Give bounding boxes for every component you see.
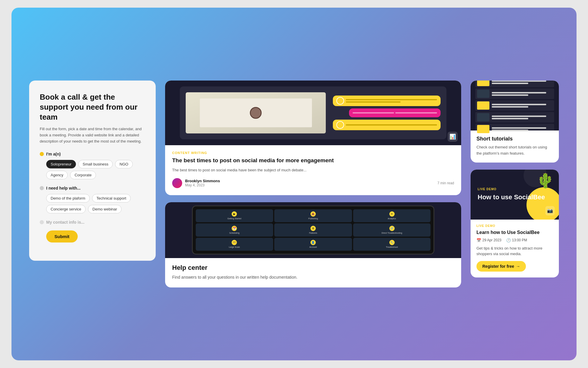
demo-time: 🕐 13:00 PM [506, 238, 527, 242]
tablet-icon-5: ⚙ [310, 226, 316, 231]
speech-bubble-yellow [333, 96, 440, 106]
tablet-icon-8: 👤 [310, 240, 316, 245]
avatar-small [336, 97, 344, 105]
submit-button[interactable]: Submit [46, 230, 78, 242]
blog-excerpt: The best times to post on social media h… [172, 167, 454, 173]
tutorial-thumb-2 [477, 90, 489, 98]
blog-meta: Brooklyn Simmons May 4, 2023 7 min read [172, 178, 454, 188]
tag-ngo[interactable]: NGO [115, 160, 133, 168]
author-date: May 4, 2023 [185, 183, 434, 187]
section3-label: My contact info is... [40, 220, 145, 225]
demo-image: LIVE DEMO How to use SocialBee 🌵 📷 [471, 170, 559, 220]
type-tags-row: Solopreneur Small business NGO Agency Co… [46, 160, 145, 179]
tablet-cell-7: 💳 Large Scale [196, 238, 273, 251]
tag-demo-platform[interactable]: Demo of the plaform [46, 194, 90, 203]
blog-card: 📊 CONTENT WRITING The best times to post… [165, 81, 461, 195]
tablet-icon-2: 📤 [310, 211, 316, 217]
blog-image-inner: 📊 [180, 86, 446, 139]
tag-agency[interactable]: Agency [46, 171, 68, 179]
form-title: Book a call & get the support you need f… [40, 92, 145, 122]
tutorial-line-3a [492, 104, 546, 105]
tutorial-line-1a [492, 81, 546, 82]
camera-icon: 📷 [545, 206, 555, 215]
help-title: Help center [172, 264, 454, 272]
bubble-line-white-2 [395, 112, 437, 113]
blog-title: The best times to post on social media f… [172, 157, 454, 164]
tablet-text-1: Getting Started [227, 218, 241, 220]
tag-solopreneur[interactable]: Solopreneur [46, 160, 76, 168]
blog-content: CONTENT WRITING The best times to post o… [165, 145, 461, 195]
blog-image: 📊 [165, 81, 461, 145]
tablet-cell-9: 🔧 Troubleshoot [353, 238, 431, 251]
tag-small-business[interactable]: Small business [78, 160, 113, 168]
tutorial-lines-2 [492, 92, 552, 96]
demo-date: 📅 29 Apr 2023 [476, 238, 501, 242]
tablet-cell-5: ⚙ Features [274, 223, 352, 236]
tablet-text-2: Publishing [308, 218, 318, 220]
demo-live-badge: LIVE DEMO [476, 224, 553, 228]
middle-column: 📊 CONTENT WRITING The best times to post… [165, 81, 461, 287]
read-time: 7 min read [437, 181, 454, 185]
demo-title: Learn how to Use SocialBee [476, 230, 553, 235]
demo-description: Get tips & tricks on how to attract more… [476, 245, 553, 257]
tutorial-line-3b [492, 106, 528, 108]
help-card[interactable]: ▶ Getting Started 📤 Publishing ✏ Analyti… [165, 202, 461, 287]
tutorials-title: Short tutorials [476, 136, 553, 142]
help-image: ▶ Getting Started 📤 Publishing ✏ Analyti… [165, 202, 461, 258]
tutorial-row-1 [475, 81, 554, 87]
demo-meta: 📅 29 Apr 2023 🕐 13:00 PM [476, 238, 553, 242]
demo-card: LIVE DEMO How to use SocialBee 🌵 📷 LIVE … [471, 170, 559, 277]
tag-demo-webinar[interactable]: Demo webinar [88, 205, 122, 213]
tablet-cell-2: 📤 Publishing [274, 209, 352, 222]
tablet-text-7: Large Scale [229, 246, 240, 248]
tutorial-line-2b [492, 94, 528, 96]
tutorial-thumb-4 [477, 113, 489, 121]
tutorial-row-2 [475, 88, 554, 99]
tutorial-lines-5 [492, 127, 552, 131]
laptop-screen [200, 98, 312, 127]
tutorial-lines-3 [492, 104, 552, 108]
tablet-icon-1: ▶ [232, 211, 237, 217]
section-dot-help [40, 186, 44, 190]
tablet-text-9: Troubleshoot [386, 246, 398, 248]
tablet-icon-7: 💳 [232, 240, 237, 245]
tutorials-image [471, 81, 559, 131]
tablet-text-5: Features [309, 232, 317, 234]
tag-concierge[interactable]: Concierge service [46, 205, 86, 213]
tutorial-row-5 [475, 124, 554, 134]
bubble-lines [346, 99, 437, 103]
tablet-cell-1: ▶ Getting Started [196, 209, 273, 222]
tutorial-line-5a [492, 127, 546, 129]
section-dot-type [40, 152, 44, 156]
hand-watch-decoration [250, 107, 262, 119]
tablet-icon-6: 🔗 [389, 226, 395, 231]
author-avatar [172, 178, 182, 188]
tutorial-lines-1 [492, 81, 552, 84]
register-button[interactable]: Register for free → [476, 261, 526, 272]
tutorial-line-4a [492, 116, 546, 117]
section-label-type: I'm a(n) [40, 152, 145, 156]
section-dot-contact [40, 220, 44, 224]
tag-corporate[interactable]: Corporate [70, 171, 96, 179]
tablet-cell-6: 🔗 Direct Troubleshooting [353, 223, 431, 236]
tutorials-desc: Check out themed short tutorials on usin… [476, 144, 553, 157]
bubble-line-3 [346, 124, 437, 126]
section2-label: I need help with... [46, 186, 81, 190]
demo-time-text: 13:00 PM [512, 238, 527, 242]
tag-technical-support[interactable]: Technical support [92, 194, 131, 203]
tablet-text-3: Analytics [388, 218, 396, 220]
author-name: Brooklyn Simmons [185, 179, 434, 183]
tutorials-card[interactable]: Short tutorials Check out themed short t… [471, 81, 559, 163]
tablet-text-8: Account [309, 246, 317, 248]
help-desc: Find answers to all your questions in ou… [172, 274, 454, 280]
outer-container: Book a call & get the support you need f… [11, 8, 577, 360]
bubble-lines-2 [346, 124, 437, 126]
demo-date-text: 29 Apr 2023 [482, 238, 501, 242]
tutorial-thumb-5 [477, 125, 489, 133]
demo-image-heading: How to use SocialBee [478, 193, 552, 202]
form-section-help: I need help with... Demo of the plaform … [40, 186, 145, 213]
tutorial-thumb-3 [477, 101, 489, 110]
speech-bubble-yellow-2 [333, 120, 440, 130]
tutorial-lines-4 [492, 116, 552, 119]
bubble-line-white-1 [353, 112, 394, 113]
